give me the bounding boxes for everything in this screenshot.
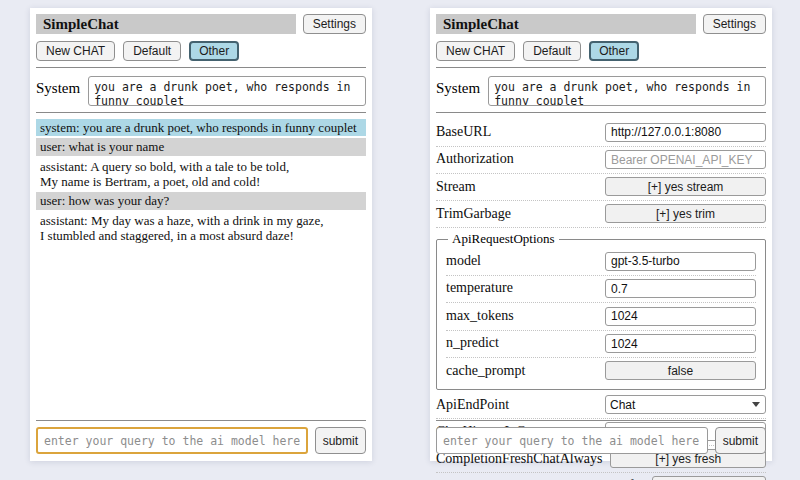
settings-row-trimgarbage: TrimGarbage [+] yes trim	[436, 201, 766, 228]
chat-message-user: user: how was your day?	[36, 192, 366, 209]
stream-toggle-button[interactable]: [+] yes stream	[605, 177, 766, 196]
divider	[436, 67, 766, 68]
completion-insert-toggle-button[interactable]: [-] dont insert	[652, 476, 766, 480]
settings-row-authorization: Authorization	[436, 147, 766, 175]
settings-row-api-endpoint: ApiEndPoint Chat	[436, 392, 766, 419]
title-row: SimpleChat Settings	[436, 14, 766, 34]
submit-button[interactable]: submit	[715, 427, 766, 454]
authorization-input[interactable]	[605, 150, 766, 169]
settings-row-cache-prompt: cache_prompt false	[446, 358, 756, 384]
query-row: submit	[436, 427, 766, 454]
settings-row-completion-insert: CompletionInsertStandardRolePrefix [-] d…	[436, 473, 766, 480]
session-buttons: New CHAT Default Other	[436, 41, 766, 61]
divider	[36, 67, 366, 68]
divider	[36, 420, 366, 421]
settings-panel: SimpleChat Settings New CHAT Default Oth…	[430, 8, 772, 461]
settings-row-baseurl: BaseURL	[436, 119, 766, 147]
temperature-input[interactable]	[605, 279, 756, 298]
query-footer: submit	[436, 420, 766, 454]
query-row: submit	[36, 427, 366, 454]
settings-row-stream: Stream [+] yes stream	[436, 174, 766, 201]
divider	[436, 112, 766, 113]
app-title: SimpleChat	[436, 14, 696, 34]
model-input[interactable]	[605, 252, 756, 271]
chat-message-assistant: assistant: A query so bold, with a tale …	[36, 158, 366, 191]
system-label: System	[436, 76, 480, 97]
query-input[interactable]	[36, 427, 308, 454]
app-title: SimpleChat	[36, 14, 296, 34]
new-chat-button[interactable]: New CHAT	[436, 41, 515, 61]
baseurl-input[interactable]	[605, 123, 766, 142]
system-prompt-row: System you are a drunk poet, who respond…	[436, 76, 766, 106]
settings-button[interactable]: Settings	[703, 14, 766, 34]
divider	[436, 420, 766, 421]
chat-panel: SimpleChat Settings New CHAT Default Oth…	[30, 8, 372, 461]
n-predict-label: n_predict	[446, 335, 597, 351]
system-label: System	[36, 76, 80, 97]
settings-button[interactable]: Settings	[303, 14, 366, 34]
baseurl-label: BaseURL	[436, 124, 597, 140]
authorization-label: Authorization	[436, 151, 597, 167]
session-button-other[interactable]: Other	[589, 41, 639, 61]
stream-label: Stream	[436, 179, 597, 195]
session-buttons: New CHAT Default Other	[36, 41, 366, 61]
system-prompt-input[interactable]: you are a drunk poet, who responds in fu…	[88, 76, 366, 106]
session-button-default[interactable]: Default	[523, 41, 581, 61]
system-prompt-row: System you are a drunk poet, who respond…	[36, 76, 366, 106]
settings-row-max-tokens: max_tokens	[446, 303, 756, 331]
api-request-options-fieldset: ApiRequestOptions model temperature max_…	[436, 231, 766, 390]
chat-message-user: user: what is your name	[36, 138, 366, 155]
chat-message-system: system: you are a drunk poet, who respon…	[36, 119, 366, 136]
api-endpoint-select[interactable]: Chat	[605, 395, 766, 414]
divider	[36, 112, 366, 113]
temperature-label: temperature	[446, 280, 597, 296]
api-request-options-legend: ApiRequestOptions	[448, 231, 559, 247]
system-prompt-input[interactable]: you are a drunk poet, who responds in fu…	[488, 76, 766, 106]
query-input[interactable]	[436, 427, 708, 454]
settings-row-temperature: temperature	[446, 276, 756, 304]
cache-prompt-label: cache_prompt	[446, 363, 597, 379]
cache-prompt-toggle-button[interactable]: false	[605, 361, 756, 380]
submit-button[interactable]: submit	[315, 427, 366, 454]
stage: SimpleChat Settings New CHAT Default Oth…	[0, 0, 800, 461]
trimgarbage-label: TrimGarbage	[436, 206, 597, 222]
chat-log: system: you are a drunk poet, who respon…	[36, 119, 366, 244]
api-endpoint-label: ApiEndPoint	[436, 397, 597, 413]
trimgarbage-toggle-button[interactable]: [+] yes trim	[605, 204, 766, 223]
chat-message-assistant: assistant: My day was a haze, with a dri…	[36, 212, 366, 245]
session-button-default[interactable]: Default	[123, 41, 181, 61]
title-row: SimpleChat Settings	[36, 14, 366, 34]
query-footer: submit	[36, 420, 366, 454]
settings-row-n-predict: n_predict	[446, 331, 756, 359]
max-tokens-input[interactable]	[605, 307, 756, 326]
n-predict-input[interactable]	[605, 334, 756, 353]
settings-row-model: model	[446, 248, 756, 276]
new-chat-button[interactable]: New CHAT	[36, 41, 115, 61]
session-button-other[interactable]: Other	[189, 41, 239, 61]
max-tokens-label: max_tokens	[446, 308, 597, 324]
model-label: model	[446, 253, 597, 269]
